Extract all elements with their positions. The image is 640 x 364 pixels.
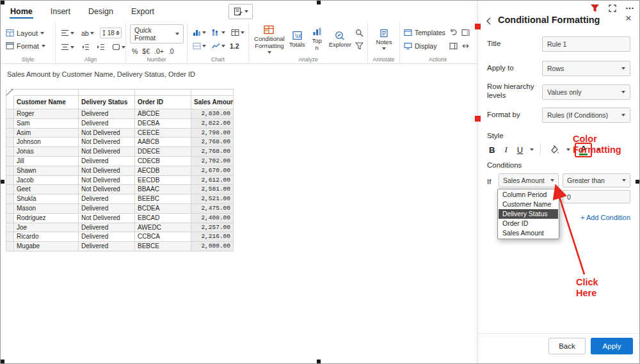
format-by-select[interactable]: Rules (If Conditions) [542,107,630,123]
table-cell[interactable]: 2,830.00 [191,109,234,119]
dropdown-option[interactable]: Customer Name [499,200,558,209]
layout-panel-icon[interactable] [461,29,470,36]
decrease-indent-button[interactable] [80,43,91,51]
table-cell[interactable]: BCDEA [135,204,191,214]
table-row[interactable]: RogerDeliveredABCDE2,830.00 [6,109,234,119]
column-handle[interactable] [135,89,191,96]
table-cell[interactable]: AABCB [135,138,191,147]
shape-style-button[interactable] [111,43,127,51]
table-cell[interactable]: Jonas [14,147,79,157]
table-cell[interactable]: 2,612.00 [191,176,234,186]
row-handle[interactable] [6,166,14,176]
vertical-align-button[interactable] [60,43,76,51]
layout-button[interactable]: Layout [4,28,47,38]
table-cell[interactable]: AECDB [135,166,191,176]
table-row[interactable]: JoeDeliveredAWEDC2,257.00 [6,223,234,233]
dropdown-option[interactable]: Column Period [499,190,558,200]
explorer-button[interactable]: Explorer [328,31,353,49]
table-cell[interactable]: CDECB [135,157,191,166]
table-cell[interactable]: CCBCA [135,232,191,242]
table-cell[interactable]: Mason [14,204,79,214]
condition-value-field[interactable] [567,193,626,201]
table-cell[interactable]: BEBCE [135,242,191,251]
table-cell[interactable]: AWEDC [135,223,191,233]
percent-format-button[interactable]: % [132,47,138,55]
table-row[interactable]: JonasNot DeliveredDDECE2,768.00 [6,147,234,157]
table-row[interactable]: AsimNot DeliveredCEECE2,798.00 [6,129,234,138]
table-cell[interactable]: 2,822.00 [191,119,234,129]
area-chart-button[interactable] [191,42,207,51]
row-handle[interactable] [6,242,14,251]
column-handle[interactable] [14,89,79,96]
table-cell[interactable]: DDECE [135,147,191,157]
table-chart-button[interactable] [230,28,246,37]
conditional-formatting-button[interactable]: Conditional Formatting [253,25,286,54]
totals-button[interactable]: \u03a3 Totals [288,31,307,49]
table-cell[interactable]: 2,798.00 [191,129,234,138]
table-cell[interactable]: BEEBC [135,194,191,204]
table-cell[interactable]: Delivered [79,109,135,119]
row-handle[interactable] [6,204,14,214]
tab-export[interactable]: Export [131,3,155,20]
table-row[interactable]: GeetNot DeliveredBBAAC2,581.00 [6,185,234,194]
table-cell[interactable]: Jacob [14,176,79,186]
report-title[interactable]: Sales Amount by Customer Name, Delivery … [7,70,195,78]
title-input[interactable] [542,36,630,52]
collapse-panel-icon[interactable] [449,42,458,50]
font-size-stepper[interactable]: 18 [100,28,122,38]
back-chevron-icon[interactable] [486,17,492,26]
table-cell[interactable]: Delivered [79,194,135,204]
table-cell[interactable]: Sam [14,119,79,129]
table-cell[interactable]: Joe [14,223,79,233]
table-cell[interactable]: Geet [14,185,79,194]
table-cell[interactable]: BBAAC [135,185,191,194]
table-row[interactable]: RodriguezNot DeliveredEBCAD2,408.00 [6,214,234,223]
bold-button[interactable]: B [486,145,497,155]
table-row[interactable]: RicardoDeliveredCCBCA2,216.00 [6,232,234,242]
table-cell[interactable]: 2,000.00 [191,242,234,251]
back-button[interactable]: Back [548,338,586,354]
undo-icon[interactable] [449,29,458,36]
table-row[interactable]: JohnsonNot DeliveredAABCB2,768.00 [6,138,234,147]
table-cell[interactable]: Not Delivered [79,147,135,157]
table-row[interactable]: JillDeliveredCDECB2,702.00 [6,157,234,166]
table-cell[interactable]: ABCDE [135,109,191,119]
table-row[interactable]: ShuklaDeliveredBEEBC2,521.00 [6,194,234,204]
table-cell[interactable]: EECDB [135,176,191,186]
row-handle[interactable] [6,96,14,109]
table-row[interactable]: JacobNot DeliveredEECDB2,612.00 [6,176,234,186]
stacked-chart-button[interactable] [211,28,227,37]
table-header-cell[interactable]: Sales Amount [191,96,234,109]
table-cell[interactable]: Mugabe [14,242,79,251]
column-handle[interactable] [79,89,135,96]
table-cell[interactable]: 2,408.00 [191,214,234,223]
expand-icon[interactable] [608,4,617,13]
filter-icon[interactable] [590,4,600,13]
table-cell[interactable]: Ricardo [14,232,79,242]
row-handle[interactable] [6,147,14,157]
table-cell[interactable]: CEECE [135,129,191,138]
row-handle[interactable] [6,232,14,242]
title-input-field[interactable] [547,40,625,48]
table-cell[interactable]: 2,521.00 [191,194,234,204]
table-cell[interactable]: Not Delivered [79,166,135,176]
table-cell[interactable]: Delivered [79,232,135,242]
table-row[interactable]: MugabeDeliveredBEBCE2,000.00 [6,242,234,251]
table-cell[interactable]: Shukla [14,194,79,204]
decrease-decimal-button[interactable]: .0 [168,47,174,55]
row-handle[interactable] [6,176,14,186]
table-cell[interactable]: 2,670.00 [191,166,234,176]
table-cell[interactable]: 2,702.00 [191,157,234,166]
condition-value-input[interactable] [563,190,630,203]
condition-field-select[interactable]: Sales Amount [499,173,559,187]
table-cell[interactable]: Delivered [79,242,135,251]
row-handle[interactable] [6,138,14,147]
report-table[interactable]: Customer Name Delivery Status Order ID S… [6,89,234,251]
dropdown-option[interactable]: Sales Amount [499,228,558,238]
close-icon[interactable]: × [625,13,632,24]
table-cell[interactable]: Delivered [79,204,135,214]
wrap-text-button[interactable]: ab [80,29,95,38]
row-handle[interactable] [6,185,14,194]
table-row[interactable]: SamDeliveredDECBA2,822.00 [6,119,234,129]
add-condition-link[interactable]: + Add Condition [580,214,630,221]
